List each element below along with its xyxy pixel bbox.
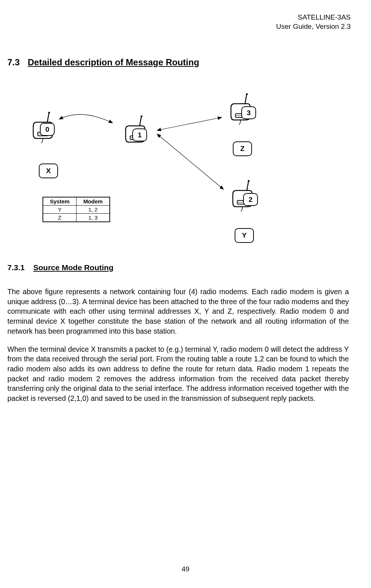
modem-0-group: 0 X <box>30 112 55 145</box>
modem-1-label: 1 <box>132 128 147 141</box>
terminal-x-label: X <box>39 164 58 178</box>
modem-2-label: 2 <box>243 193 258 206</box>
terminal-z-label: Z <box>233 141 252 156</box>
table-cell-modem: 1, 3 <box>76 214 110 222</box>
subsection-title: Source Mode Routing <box>33 263 113 272</box>
modem-0-label: 0 <box>40 123 55 136</box>
section-title: Detailed description of Message Routing <box>28 57 199 67</box>
body-paragraph-1: The above figure represents a network co… <box>7 287 349 336</box>
table-header-system: System <box>43 197 76 206</box>
network-diagram: 0 X 1 3 Z <box>7 86 349 252</box>
table-cell-modem: 1, 2 <box>76 206 110 214</box>
terminal-y-label: Y <box>235 228 254 243</box>
table-header-row: System Modem <box>43 197 110 206</box>
header-guide: User Guide, Version 2.3 <box>276 22 351 31</box>
body-paragraph-2: When the terminal device X transmits a p… <box>7 344 349 403</box>
table-row: Y 1, 2 <box>43 206 110 214</box>
header-block: SATELLINE-3AS User Guide, Version 2.3 <box>276 13 351 31</box>
modem-2-group: 2 Y <box>229 180 255 213</box>
page-number: 49 <box>181 565 189 573</box>
header-product: SATELLINE-3AS <box>276 13 351 22</box>
section-number: 7.3 <box>7 57 28 68</box>
diagram-arrows <box>7 86 349 252</box>
table-header-modem: Modem <box>76 197 110 206</box>
table-cell-system: Y <box>43 206 76 214</box>
svg-line-2 <box>157 117 222 130</box>
routing-table: System Modem Y 1, 2 Z 1, 3 <box>42 197 110 222</box>
subsection-number: 7.3.1 <box>7 263 33 272</box>
table-row: Z 1, 3 <box>43 214 110 222</box>
modem-3-label: 3 <box>241 106 256 119</box>
svg-line-3 <box>157 134 224 189</box>
modem-3-group: 3 Z <box>227 93 253 126</box>
section-heading: 7.3Detailed description of Message Routi… <box>7 57 349 68</box>
subsection-heading: 7.3.1Source Mode Routing <box>7 263 349 272</box>
table-cell-system: Z <box>43 214 76 222</box>
modem-1-group: 1 <box>122 116 148 148</box>
